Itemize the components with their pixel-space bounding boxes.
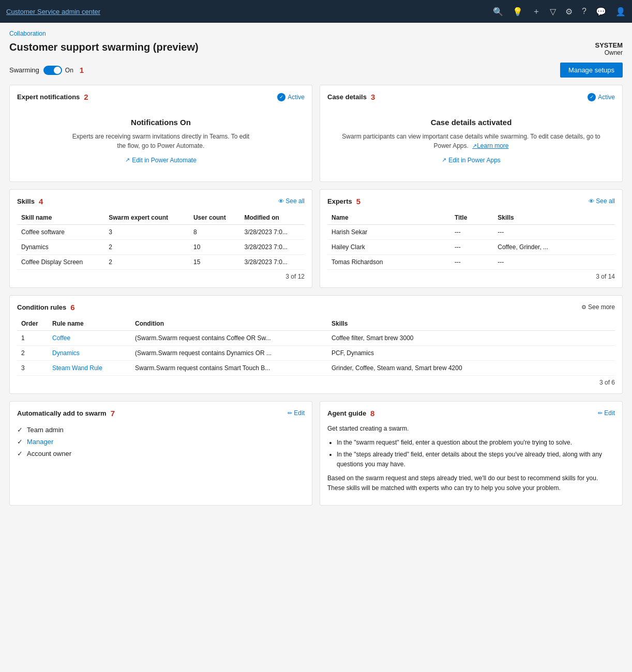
agent-guide-edit-link[interactable]: Edit bbox=[598, 409, 615, 417]
skills-count: 3 of 12 bbox=[17, 270, 305, 280]
cr-rulename-2[interactable]: Dynamics bbox=[48, 345, 131, 360]
edit-power-automate-link[interactable]: Edit in Power Automate bbox=[125, 157, 197, 164]
cr-condition-3: Swarm.Swarm request contains Smart Touch… bbox=[131, 360, 327, 375]
manage-setups-button[interactable]: Manage setups bbox=[560, 63, 623, 78]
agent-guide-title: Agent guide 8 bbox=[327, 409, 374, 418]
expert-notif-active-badge: ✓ Active bbox=[277, 93, 305, 101]
chat-icon[interactable]: 💬 bbox=[596, 7, 606, 17]
expert-title-3: --- bbox=[450, 254, 493, 269]
toggle-container: On bbox=[43, 66, 73, 75]
skill-name-3: Coffee Display Screen bbox=[17, 254, 104, 269]
step-5-number: 5 bbox=[356, 197, 360, 206]
case-details-header: Case details 3 ✓ Active bbox=[327, 93, 615, 101]
auto-swarm-list: Team admin Manager Account owner bbox=[17, 424, 305, 460]
cr-condition-2: (Swarm.Swarm request contains Dynamics O… bbox=[131, 345, 327, 360]
notif-desc: Experts are receiving swarm invitations … bbox=[22, 132, 299, 150]
skill-name-1: Coffee software bbox=[17, 224, 104, 239]
cr-col-condition: Condition bbox=[131, 317, 327, 331]
skills-card: Skills 4 See all Skill name Swarm expert… bbox=[9, 189, 312, 288]
edit-power-apps-link[interactable]: Edit in Power Apps bbox=[442, 157, 501, 164]
cr-skills-1: Coffee filter, Smart brew 3000 bbox=[327, 330, 615, 345]
agent-guide-header: Agent guide 8 Edit bbox=[327, 409, 615, 418]
filter-icon[interactable]: ▽ bbox=[550, 7, 556, 17]
condition-rules-header: Condition rules 6 See more bbox=[17, 303, 615, 312]
expert-name-1: Harish Sekar bbox=[327, 224, 450, 239]
condition-rules-card: Condition rules 6 See more Order Rule na… bbox=[9, 295, 623, 394]
expert-name-2: Hailey Clark bbox=[327, 239, 450, 254]
case-details-desc: Swarm participants can view important ca… bbox=[333, 132, 610, 150]
gear-icon[interactable]: ⚙ bbox=[565, 7, 573, 17]
experts-table: Name Title Skills Harish Sekar --- --- H… bbox=[327, 211, 615, 270]
table-row: 1 Coffee (Swarm.Swarm request contains C… bbox=[17, 330, 615, 345]
search-icon[interactable]: 🔍 bbox=[493, 7, 503, 17]
table-row: Hailey Clark --- Coffee, Grinder, ... bbox=[327, 239, 615, 254]
table-row: Harish Sekar --- --- bbox=[327, 224, 615, 239]
agent-guide-card: Agent guide 8 Edit Get started creating … bbox=[320, 401, 623, 506]
skills-title: Skills 4 bbox=[17, 197, 43, 206]
person-icon[interactable]: 👤 bbox=[615, 7, 626, 17]
experts-count: 3 of 14 bbox=[327, 270, 615, 280]
auto-swarm-item-2[interactable]: Manager bbox=[27, 438, 53, 446]
skill-expert-1: 3 bbox=[104, 224, 189, 239]
skills-col-modified: Modified on bbox=[240, 211, 305, 225]
step-1-number: 1 bbox=[80, 66, 84, 74]
cr-col-rulename: Rule name bbox=[48, 317, 131, 331]
experts-title: Experts 5 bbox=[327, 197, 360, 206]
cr-rulename-1[interactable]: Coffee bbox=[48, 330, 131, 345]
agent-guide-intro: Get started creating a swarm. bbox=[327, 424, 615, 434]
system-role: Owner bbox=[595, 49, 623, 56]
list-item: Team admin bbox=[17, 424, 305, 436]
cr-skills-2: PCF, Dynamics bbox=[327, 345, 615, 360]
table-row: Tomas Richardson --- --- bbox=[327, 254, 615, 269]
cr-order-3: 3 bbox=[17, 360, 48, 375]
table-row: Coffee Display Screen 2 15 3/28/2023 7:0… bbox=[17, 254, 305, 269]
auto-swarm-edit-link[interactable]: Edit bbox=[288, 409, 305, 417]
condition-rules-see-more-link[interactable]: See more bbox=[581, 303, 615, 311]
skill-modified-2: 3/28/2023 7:0... bbox=[240, 239, 305, 254]
expert-name-3: Tomas Richardson bbox=[327, 254, 450, 269]
skill-expert-2: 2 bbox=[104, 239, 189, 254]
topnav-icons: 🔍 💡 ＋ ▽ ⚙ ? 💬 👤 bbox=[493, 6, 626, 17]
step-3-number: 3 bbox=[371, 93, 375, 101]
skill-user-1: 8 bbox=[189, 224, 240, 239]
skill-modified-1: 3/28/2023 7:0... bbox=[240, 224, 305, 239]
notif-on-title: Notifications On bbox=[22, 118, 299, 127]
case-details-card: Case details 3 ✓ Active Case details act… bbox=[320, 85, 623, 182]
list-item: Manager bbox=[17, 436, 305, 448]
learn-more-link[interactable]: Learn more bbox=[472, 142, 508, 149]
auto-swarm-item-3: Account owner bbox=[27, 450, 71, 457]
expert-skills-3: --- bbox=[493, 254, 615, 269]
cr-rulename-3[interactable]: Steam Wand Rule bbox=[48, 360, 131, 375]
step-7-number: 7 bbox=[111, 409, 115, 418]
skill-user-3: 15 bbox=[189, 254, 240, 269]
plus-icon[interactable]: ＋ bbox=[532, 6, 540, 17]
agent-guide-bullets: In the "swarm request" field, enter a qu… bbox=[327, 438, 615, 470]
table-row: Dynamics 2 10 3/28/2023 7:0... bbox=[17, 239, 305, 254]
swarming-toggle[interactable] bbox=[43, 66, 62, 75]
step-6-number: 6 bbox=[70, 303, 74, 312]
main-content: Collaboration Customer support swarming … bbox=[0, 23, 632, 672]
condition-rules-title: Condition rules 6 bbox=[17, 303, 75, 312]
top-cards-grid: Expert notifications 2 ✓ Active Notifica… bbox=[9, 85, 623, 182]
expert-notif-header: Expert notifications 2 ✓ Active bbox=[17, 93, 305, 101]
auto-swarm-item-1: Team admin bbox=[27, 426, 64, 434]
skill-name-2: Dynamics bbox=[17, 239, 104, 254]
toggle-on-label: On bbox=[65, 67, 73, 74]
step-4-number: 4 bbox=[39, 197, 43, 206]
active-check-icon: ✓ bbox=[277, 93, 285, 101]
table-row: Coffee software 3 8 3/28/2023 7:0... bbox=[17, 224, 305, 239]
auto-swarm-card: Automatically add to swarm 7 Edit Team a… bbox=[9, 401, 312, 506]
lightbulb-icon[interactable]: 💡 bbox=[513, 7, 523, 17]
app-title[interactable]: Customer Service admin center bbox=[6, 8, 100, 16]
page-header-row: Customer support swarming (preview) SYST… bbox=[9, 41, 623, 56]
experts-card: Experts 5 See all Name Title Skills Hari… bbox=[320, 189, 623, 288]
table-row: 2 Dynamics (Swarm.Swarm request contains… bbox=[17, 345, 615, 360]
experts-col-skills: Skills bbox=[493, 211, 615, 225]
list-item: Account owner bbox=[17, 448, 305, 460]
skills-col-user: User count bbox=[189, 211, 240, 225]
skills-see-all-link[interactable]: See all bbox=[278, 197, 305, 205]
experts-see-all-link[interactable]: See all bbox=[589, 197, 615, 205]
step-8-number: 8 bbox=[370, 409, 374, 418]
help-icon[interactable]: ? bbox=[582, 7, 586, 16]
breadcrumb[interactable]: Collaboration bbox=[9, 30, 623, 37]
